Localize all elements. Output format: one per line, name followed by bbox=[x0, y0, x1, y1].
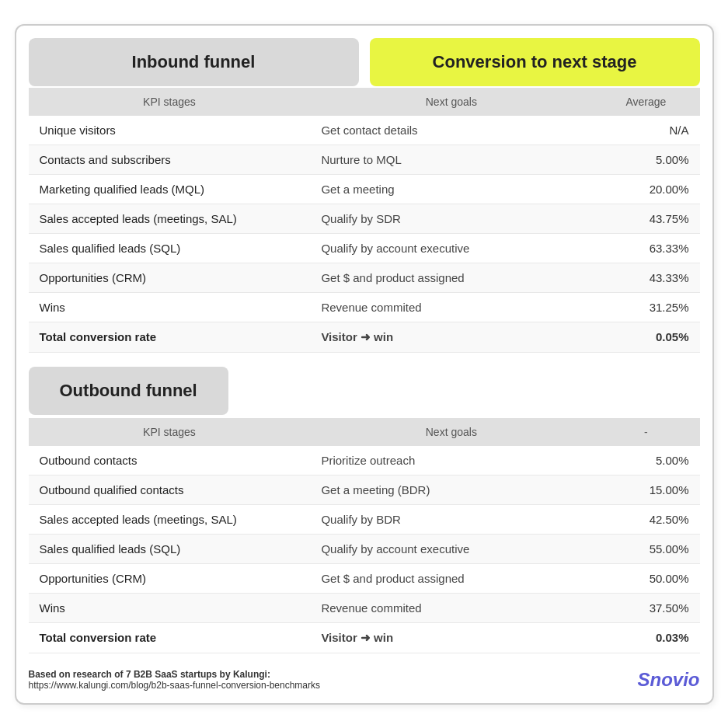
kpi-cell: Unique visitors bbox=[29, 116, 311, 145]
goal-cell: Revenue commited bbox=[310, 292, 592, 322]
avg-cell: 15.00% bbox=[592, 475, 699, 504]
avg-cell: 63.33% bbox=[592, 233, 699, 263]
goal-cell: Qualify by account executive bbox=[310, 233, 592, 263]
avg-cell: 37.50% bbox=[592, 593, 699, 622]
inbound-col-avg: Average bbox=[592, 88, 699, 116]
kpi-cell: Contacts and subscribers bbox=[29, 145, 311, 174]
inbound-title: Inbound funnel bbox=[29, 38, 359, 86]
outbound-title: Outbound funnel bbox=[29, 367, 228, 415]
kpi-cell: Sales accepted leads (meetings, SAL) bbox=[29, 504, 311, 534]
goal-cell: Visitor ➜ win bbox=[310, 322, 592, 352]
conversion-title: Conversion to next stage bbox=[370, 38, 700, 86]
goal-cell: Get a meeting bbox=[310, 174, 592, 204]
table-row: Sales accepted leads (meetings, SAL) Qua… bbox=[29, 204, 700, 233]
avg-cell: 43.75% bbox=[592, 204, 699, 233]
avg-cell: N/A bbox=[592, 116, 699, 145]
table-row: Wins Revenue commited 37.50% bbox=[29, 593, 700, 622]
kpi-cell: Marketing qualified leads (MQL) bbox=[29, 174, 311, 204]
main-card: Inbound funnel Conversion to next stage … bbox=[15, 24, 714, 705]
table-row: Unique visitors Get contact details N/A bbox=[29, 116, 700, 145]
table-row: Opportunities (CRM) Get $ and product as… bbox=[29, 563, 700, 593]
goal-cell: Qualify by SDR bbox=[310, 204, 592, 233]
kpi-cell: Wins bbox=[29, 593, 311, 622]
logo: Snovio bbox=[637, 669, 699, 691]
avg-cell: 5.00% bbox=[592, 446, 699, 475]
kpi-cell: Sales accepted leads (meetings, SAL) bbox=[29, 204, 311, 233]
avg-cell: 42.50% bbox=[592, 504, 699, 534]
kpi-cell: Outbound contacts bbox=[29, 446, 311, 475]
total-row: Total conversion rate Visitor ➜ win 0.03… bbox=[29, 622, 700, 653]
logo-text: Snov bbox=[637, 669, 683, 690]
inbound-col-goals: Next goals bbox=[310, 88, 592, 116]
inbound-col-kpi: KPI stages bbox=[29, 88, 311, 116]
outbound-col-goals: Next goals bbox=[310, 418, 592, 446]
logo-suffix: io bbox=[683, 669, 699, 690]
table-row: Opportunities (CRM) Get $ and product as… bbox=[29, 263, 700, 292]
goal-cell: Get contact details bbox=[310, 116, 592, 145]
goal-cell: Get a meeting (BDR) bbox=[310, 475, 592, 504]
kpi-cell: Total conversion rate bbox=[29, 622, 311, 653]
total-row: Total conversion rate Visitor ➜ win 0.05… bbox=[29, 322, 700, 352]
goal-cell: Get $ and product assigned bbox=[310, 563, 592, 593]
table-row: Outbound qualified contacts Get a meetin… bbox=[29, 475, 700, 504]
kpi-cell: Sales qualified leads (SQL) bbox=[29, 534, 311, 563]
inbound-header: Inbound funnel Conversion to next stage bbox=[29, 38, 700, 86]
avg-cell: 20.00% bbox=[592, 174, 699, 204]
goal-cell: Prioritize outreach bbox=[310, 446, 592, 475]
table-row: Sales qualified leads (SQL) Qualify by a… bbox=[29, 233, 700, 263]
avg-cell: 43.33% bbox=[592, 263, 699, 292]
kpi-cell: Opportunities (CRM) bbox=[29, 563, 311, 593]
footer-url: https://www.kalungi.com/blog/b2b-saas-fu… bbox=[29, 680, 321, 691]
inbound-table: KPI stages Next goals Average Unique vis… bbox=[29, 88, 700, 353]
table-row: Marketing qualified leads (MQL) Get a me… bbox=[29, 174, 700, 204]
avg-cell: 55.00% bbox=[592, 534, 699, 563]
outbound-table: KPI stages Next goals - Outbound contact… bbox=[29, 418, 700, 653]
goal-cell: Get $ and product assigned bbox=[310, 263, 592, 292]
kpi-cell: Wins bbox=[29, 292, 311, 322]
footer-bold: Based on research of 7 B2B SaaS startups… bbox=[29, 669, 321, 680]
table-row: Contacts and subscribers Nurture to MQL … bbox=[29, 145, 700, 174]
avg-cell: 31.25% bbox=[592, 292, 699, 322]
kpi-cell: Opportunities (CRM) bbox=[29, 263, 311, 292]
table-row: Wins Revenue commited 31.25% bbox=[29, 292, 700, 322]
goal-cell: Visitor ➜ win bbox=[310, 622, 592, 653]
avg-cell: 0.03% bbox=[592, 622, 699, 653]
kpi-cell: Sales qualified leads (SQL) bbox=[29, 233, 311, 263]
outbound-header: Outbound funnel bbox=[29, 367, 700, 416]
outbound-col-kpi: KPI stages bbox=[29, 418, 311, 446]
table-row: Outbound contacts Prioritize outreach 5.… bbox=[29, 446, 700, 475]
table-row: Sales accepted leads (meetings, SAL) Qua… bbox=[29, 504, 700, 534]
kpi-cell: Outbound qualified contacts bbox=[29, 475, 311, 504]
outbound-col-avg: - bbox=[592, 418, 699, 446]
avg-cell: 5.00% bbox=[592, 145, 699, 174]
goal-cell: Nurture to MQL bbox=[310, 145, 592, 174]
goal-cell: Qualify by account executive bbox=[310, 534, 592, 563]
kpi-cell: Total conversion rate bbox=[29, 322, 311, 352]
goal-cell: Revenue commited bbox=[310, 593, 592, 622]
footer: Based on research of 7 B2B SaaS startups… bbox=[29, 664, 700, 691]
table-row: Sales qualified leads (SQL) Qualify by a… bbox=[29, 534, 700, 563]
avg-cell: 0.05% bbox=[592, 322, 699, 352]
avg-cell: 50.00% bbox=[592, 563, 699, 593]
goal-cell: Qualify by BDR bbox=[310, 504, 592, 534]
